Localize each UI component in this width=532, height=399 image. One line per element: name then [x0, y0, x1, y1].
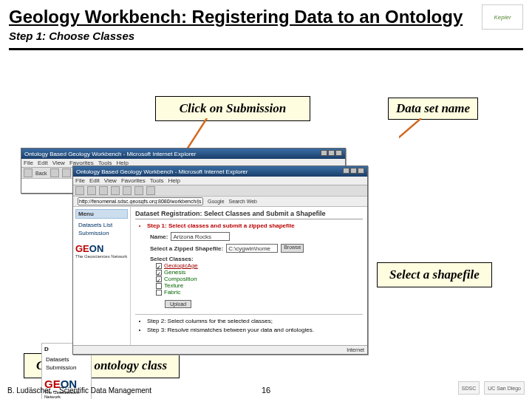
slide-title: Geology Workbench: Registering Data to a… [9, 7, 463, 27]
kepler-logo: Kepler [482, 4, 523, 30]
step1-text: Step 1: Select classes and submit a zipp… [147, 222, 363, 229]
back-title-text: Ontology Based Geology Workbench - Micro… [24, 151, 196, 157]
shapefile-input[interactable]: C:\cygwin\home [226, 244, 278, 253]
front-toolbar[interactable] [73, 185, 367, 197]
browser-window-front: Ontology Based Geology Workbench - Micro… [72, 166, 368, 355]
ucsd-logo: UC San Diego [484, 381, 525, 395]
checkbox-icon[interactable] [156, 283, 162, 289]
back-sidebar-datasets[interactable]: Datasets [44, 355, 89, 364]
class-geologicage[interactable]: GeologicAge [156, 262, 363, 269]
url-input[interactable] [78, 197, 203, 205]
checkbox-icon[interactable] [156, 270, 162, 276]
callout-submission: Click on Submission [155, 96, 310, 121]
callout-dataset-name: Data set name [388, 98, 478, 120]
internet-zone-icon [338, 347, 344, 353]
upload-button[interactable]: Upload [165, 300, 191, 308]
back-button-icon[interactable] [75, 186, 84, 195]
sidebar: Menu Datasets List Submission GEON The G… [73, 207, 131, 352]
forward-button-icon[interactable] [87, 186, 96, 195]
name-label: Name: [150, 233, 168, 240]
back-titlebar: Ontology Based Geology Workbench - Micro… [21, 149, 345, 159]
arrow-select-shapefile [377, 273, 480, 303]
slide-subtitle: Step 1: Choose Classes [0, 30, 532, 47]
arrow-dataset-name [399, 118, 532, 266]
divider [135, 314, 363, 315]
browse-button[interactable]: Browse [281, 244, 304, 253]
class-fabric[interactable]: Fabric [156, 289, 363, 296]
status-bar: Internet [73, 345, 367, 354]
class-genesis[interactable]: Genesis [156, 269, 363, 276]
sidebar-item-datasets-list[interactable]: Datasets List [75, 221, 128, 229]
address-bar: Google Search Web [73, 197, 367, 207]
classes-block: Select Classes: GeologicAge Genesis Comp… [150, 256, 363, 296]
forward-button-icon[interactable] [50, 168, 59, 177]
title-rule [9, 48, 523, 50]
window-buttons[interactable] [342, 168, 364, 175]
name-input[interactable]: Arizona Rocks [171, 232, 230, 241]
window-buttons[interactable] [320, 150, 342, 157]
page-number: 16 [262, 386, 270, 395]
title-row: Geology Workbench: Registering Data to a… [0, 0, 532, 30]
main-content: Dataset Registration: Select Classes and… [131, 207, 367, 352]
favorites-button-icon[interactable] [146, 186, 155, 195]
back-button-icon[interactable] [24, 168, 33, 177]
step3-text: Step 3: Resolve mismatches between your … [147, 327, 363, 333]
front-titlebar: Ontology Based Geology Workbench - Micro… [73, 166, 367, 177]
step2-text: Step 2: Select columns for the selected … [147, 318, 363, 324]
sdsc-logo: SDSC [458, 381, 480, 395]
geon-logo: GEON The Geosciences Network [75, 243, 128, 259]
google-toolbar-label: Google [208, 199, 225, 204]
sidebar-item-submission[interactable]: Submission [75, 229, 128, 237]
class-composition[interactable]: Composition [156, 276, 363, 282]
checkbox-icon[interactable] [156, 290, 162, 296]
front-menubar[interactable]: FileEditViewFavoritesToolsHelp [73, 177, 367, 185]
home-button-icon[interactable] [123, 186, 132, 195]
checkbox-icon[interactable] [156, 263, 162, 269]
search-web-label[interactable]: Search Web [229, 199, 257, 204]
search-button-icon[interactable] [134, 186, 143, 195]
classes-header: Select Classes: [150, 256, 363, 262]
status-text: Internet [347, 347, 364, 352]
stop-button-icon[interactable] [99, 186, 108, 195]
checkbox-icon[interactable] [156, 276, 162, 282]
front-title-text: Ontology Based Geology Workbench - Micro… [76, 168, 248, 175]
footer: B. Ludäscher – Scientific Data Managemen… [7, 381, 525, 395]
back-sidebar-submission[interactable]: Submission [44, 364, 89, 372]
shapefile-label: Select a Zipped Shapefile: [150, 245, 223, 252]
footer-author: B. Ludäscher – Scientific Data Managemen… [7, 386, 151, 395]
page-header: Dataset Registration: Select Classes and… [135, 210, 363, 219]
stop-button-icon[interactable] [62, 168, 71, 177]
svg-line-2 [399, 118, 421, 233]
class-texture[interactable]: Texture [156, 282, 363, 289]
sidebar-menu-header: Menu [75, 209, 128, 219]
refresh-button-icon[interactable] [111, 186, 120, 195]
